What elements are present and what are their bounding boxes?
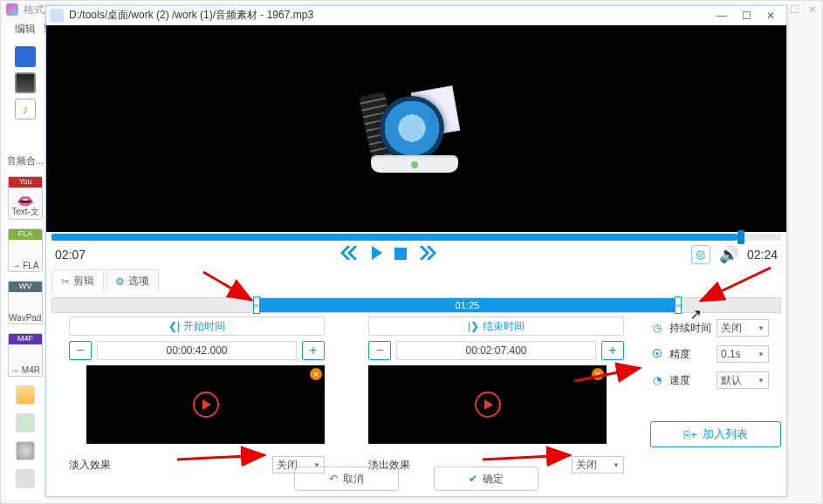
playback-position: 02:07	[55, 248, 86, 262]
options-column: ◷ 持续时间 关闭 ⦿ 精度 0.1s ◔ 速度 默认 ⎘+ 加入列表	[650, 317, 781, 473]
clock-icon: ◷	[650, 322, 664, 334]
play-button[interactable]	[370, 244, 384, 264]
sidebar-merge-label: 音频合...	[7, 154, 44, 167]
start-time-increment[interactable]: +	[302, 341, 325, 360]
playback-progress[interactable]	[51, 234, 781, 241]
start-column: ❮| 开始时间 − 00:00:42.000 + ✕ 淡入效果 关闭	[51, 317, 342, 473]
start-time-decrement[interactable]: −	[69, 341, 92, 360]
trim-handle-end[interactable]: ⇔	[675, 296, 682, 314]
start-time-input[interactable]: 00:00:42.000	[97, 341, 297, 360]
parent-maximize-icon[interactable]: ☐	[790, 3, 799, 16]
ok-button[interactable]: ✔确定	[434, 467, 538, 491]
svg-rect-0	[394, 248, 407, 260]
sidebar-mini-2[interactable]	[16, 413, 35, 432]
app-logo-icon	[6, 3, 18, 16]
parent-sidebar: 编辑 ♪ 音频合... You 👄 Text-文 FLA → FLA WV Wa…	[6, 20, 45, 500]
trim-range-bar[interactable]: 01:25 ⇔ ⇔	[51, 297, 781, 313]
trim-handle-start[interactable]: ⇔	[253, 296, 260, 314]
start-thumb-play-icon[interactable]	[193, 392, 219, 418]
gear-icon: ⚙	[115, 276, 125, 288]
end-time-decrement[interactable]: −	[368, 341, 391, 360]
preview-viewport: ♪	[46, 25, 786, 232]
start-time-header[interactable]: ❮| 开始时间	[69, 317, 325, 336]
menu-edit[interactable]: 编辑	[15, 22, 36, 41]
media-placeholder-graphic: ♪	[364, 85, 469, 173]
start-thumb-remove[interactable]: ✕	[310, 368, 322, 380]
prev-button[interactable]	[340, 244, 360, 264]
scissors-icon: ✂	[61, 276, 70, 288]
sidebar-mini-1[interactable]	[16, 385, 35, 405]
stop-button[interactable]	[394, 244, 407, 264]
precision-select[interactable]: 0.1s	[717, 345, 769, 363]
next-button[interactable]	[417, 244, 436, 264]
speed-select[interactable]: 默认	[717, 371, 769, 389]
sidebar-card-fla[interactable]: FLA → FLA	[8, 228, 43, 272]
sidebar-mini-3[interactable]	[16, 441, 35, 460]
volume-icon[interactable]: 🔊	[719, 245, 738, 264]
add-list-icon: ⎘+	[683, 428, 697, 441]
mark-end-icon: |❯	[468, 320, 479, 332]
editor-app-icon	[50, 9, 64, 23]
undo-icon: ↶	[329, 473, 338, 485]
speed-icon: ◔	[650, 374, 664, 386]
editor-titlebar: D:/tools/桌面/work (2) /work (1)/音频素材 - 19…	[46, 6, 786, 25]
end-frame-thumbnail: ✕	[368, 365, 607, 444]
end-thumb-play-icon[interactable]	[475, 392, 501, 418]
playback-duration: 02:24	[747, 248, 778, 262]
tab-edit[interactable]: ✂剪辑	[51, 269, 104, 292]
duration-select[interactable]: 关闭	[717, 319, 769, 337]
add-to-list-button[interactable]: ⎘+ 加入列表	[650, 421, 781, 447]
sidebar-blue-icon[interactable]	[15, 46, 36, 67]
editor-window: D:/tools/桌面/work (2) /work (1)/音频素材 - 19…	[45, 5, 787, 497]
end-thumb-remove[interactable]: ✕	[592, 368, 604, 380]
trim-range-fill: 01:25	[257, 298, 679, 312]
end-time-header[interactable]: |❯ 结束时间	[368, 317, 624, 336]
maximize-button[interactable]: ☐	[734, 8, 758, 24]
minimize-button[interactable]: —	[710, 8, 734, 24]
mouse-cursor-icon	[690, 306, 703, 322]
sidebar-mini-4[interactable]	[16, 469, 35, 488]
playback-knob[interactable]	[737, 230, 744, 244]
snapshot-button[interactable]: ◎	[691, 245, 710, 264]
end-time-increment[interactable]: +	[601, 341, 624, 360]
end-column: |❯ 结束时间 − 00:02:07.400 + ✕ 淡出效果 关闭	[351, 317, 641, 473]
sidebar-card-text[interactable]: You 👄 Text-文	[8, 176, 43, 220]
sidebar-music-icon[interactable]: ♪	[15, 99, 36, 119]
tab-options[interactable]: ⚙选项	[106, 269, 159, 292]
start-frame-thumbnail: ✕	[86, 365, 325, 444]
sidebar-film-icon[interactable]	[15, 72, 36, 93]
cancel-button[interactable]: ↶取消	[294, 467, 399, 491]
parent-close-icon[interactable]: ✕	[808, 3, 817, 16]
check-icon: ✔	[469, 473, 477, 485]
precision-icon: ⦿	[650, 348, 664, 360]
editor-title: D:/tools/桌面/work (2) /work (1)/音频素材 - 19…	[69, 8, 313, 23]
end-time-input[interactable]: 00:02:07.400	[396, 341, 596, 360]
mark-start-icon: ❮|	[168, 320, 180, 332]
sidebar-card-m4r[interactable]: M4F → M4R	[8, 333, 43, 377]
sidebar-card-wavpad[interactable]: WV WavPad...	[8, 281, 43, 324]
close-button[interactable]: ✕	[758, 8, 783, 24]
